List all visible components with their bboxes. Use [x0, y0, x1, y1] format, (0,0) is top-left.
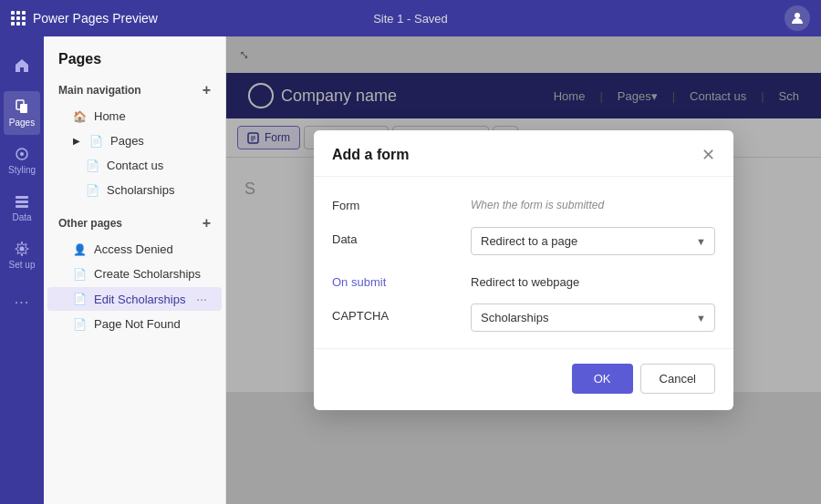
pages-panel-title: Pages	[44, 36, 225, 77]
create-scholarships-label: Create Scholarships	[94, 267, 201, 281]
cancel-button[interactable]: Cancel	[640, 364, 715, 394]
icon-sidebar: Pages Styling Data Set up ···	[0, 36, 44, 504]
access-denied-label: Access Denied	[94, 242, 173, 256]
avatar-icon[interactable]	[785, 5, 810, 31]
svg-point-17	[20, 247, 25, 252]
on-submit-label[interactable]: On submit	[332, 270, 460, 289]
svg-rect-11	[20, 104, 27, 113]
redirect-select[interactable]: Redirect to a pageStay on pageRedirect t…	[471, 227, 715, 255]
svg-point-9	[795, 13, 800, 18]
svg-rect-16	[16, 205, 28, 208]
captcha-label: CAPTCHA	[332, 303, 460, 323]
pages-nav-icon: 📄	[89, 135, 103, 148]
chevron-right-icon: ▶	[73, 136, 80, 146]
sidebar-styling-icon[interactable]: Styling	[4, 139, 40, 182]
ok-button[interactable]: OK	[572, 364, 633, 394]
data-field-label: Data	[332, 227, 460, 246]
main-navigation-header: Main navigation +	[44, 77, 225, 104]
app-title: Power Pages Preview	[33, 11, 158, 26]
svg-point-13	[20, 152, 24, 156]
svg-rect-0	[11, 11, 15, 15]
home-label: Home	[94, 109, 126, 123]
add-main-nav-button[interactable]: +	[203, 82, 211, 98]
modal-overlay: Add a form ✕ Form When the form is submi…	[226, 36, 821, 504]
contact-doc-icon: 📄	[86, 159, 99, 172]
edit-scholarships-more-icon[interactable]: ···	[196, 292, 207, 306]
nav-item-contact-us[interactable]: 📄 Contact us	[47, 154, 222, 177]
scholarships-doc-icon: 📄	[86, 184, 99, 197]
svg-rect-15	[16, 201, 28, 203]
add-form-modal: Add a form ✕ Form When the form is submi…	[314, 130, 733, 410]
sidebar-setup-icon[interactable]: Set up	[4, 233, 40, 277]
redirect-webpage-label: Redirect to webpage	[471, 270, 715, 289]
contact-us-label: Contact us	[107, 159, 163, 172]
svg-rect-5	[22, 16, 26, 20]
nav-item-home[interactable]: 🏠 Home	[47, 105, 222, 128]
page-not-found-label: Page Not Found	[94, 317, 181, 331]
when-submitted-label: When the form is submitted	[471, 199, 604, 211]
svg-rect-2	[22, 11, 26, 15]
styling-label: Styling	[8, 165, 36, 175]
other-pages-header: Other pages +	[44, 210, 225, 237]
modal-body: Form When the form is submitted Data Red…	[314, 177, 733, 348]
page-not-found-icon: 📄	[73, 318, 87, 331]
pages-label: Pages	[9, 118, 35, 128]
sidebar-more-icon[interactable]: ···	[4, 281, 40, 324]
pages-panel: Pages Main navigation + 🏠 Home ▶ 📄 Pages…	[44, 36, 226, 504]
modal-header: Add a form ✕	[314, 130, 733, 177]
app-grid-icon[interactable]	[11, 11, 26, 26]
topbar: Power Pages Preview Site 1 - Saved	[0, 0, 821, 36]
svg-rect-8	[22, 22, 26, 26]
main-content: ↔ Company name Home | Pages▾ | Contact u…	[226, 36, 821, 504]
svg-rect-6	[11, 22, 15, 26]
nav-item-page-not-found[interactable]: 📄 Page Not Found	[47, 313, 222, 335]
scholarship-select-wrapper: ScholarshipsHomeContact usCreate Scholar…	[471, 303, 715, 332]
sidebar-pages-icon[interactable]: Pages	[4, 91, 40, 135]
svg-rect-1	[16, 11, 20, 15]
scholarships-main-label: Scholarships	[107, 183, 174, 197]
nav-item-create-scholarships[interactable]: 📄 Create Scholarships	[47, 262, 222, 285]
modal-footer: OK Cancel	[314, 348, 733, 410]
svg-rect-14	[16, 196, 28, 199]
house-icon: 🏠	[73, 110, 87, 123]
user-avatar[interactable]	[785, 5, 810, 31]
redirect-select-wrapper: Redirect to a pageStay on pageRedirect t…	[471, 227, 715, 255]
edit-scholarships-icon: 📄	[73, 293, 87, 305]
nav-item-access-denied[interactable]: 👤 Access Denied	[47, 238, 222, 261]
create-scholarships-icon: 📄	[73, 268, 87, 281]
sidebar-data-icon[interactable]: Data	[4, 186, 40, 230]
sidebar-home-icon[interactable]	[4, 44, 40, 87]
add-other-page-button[interactable]: +	[203, 215, 211, 231]
save-status: Site 1 - Saved	[373, 12, 448, 26]
pages-nav-label: Pages	[110, 134, 144, 148]
modal-title: Add a form	[332, 147, 409, 163]
edit-scholarships-label: Edit Scholarships	[94, 293, 185, 306]
nav-item-scholarships-main[interactable]: 📄 Scholarships	[47, 179, 222, 201]
access-denied-icon: 👤	[73, 243, 87, 256]
form-field-label: Form	[332, 193, 460, 212]
setup-label: Set up	[9, 260, 36, 270]
scholarship-select[interactable]: ScholarshipsHomeContact usCreate Scholar…	[471, 303, 715, 332]
svg-rect-3	[11, 16, 15, 20]
svg-rect-7	[16, 22, 20, 26]
nav-item-edit-scholarships[interactable]: 📄 Edit Scholarships ···	[47, 287, 222, 311]
data-label: Data	[12, 212, 31, 222]
modal-close-button[interactable]: ✕	[701, 147, 715, 163]
svg-rect-4	[16, 16, 20, 20]
nav-item-pages[interactable]: ▶ 📄 Pages	[47, 129, 222, 152]
